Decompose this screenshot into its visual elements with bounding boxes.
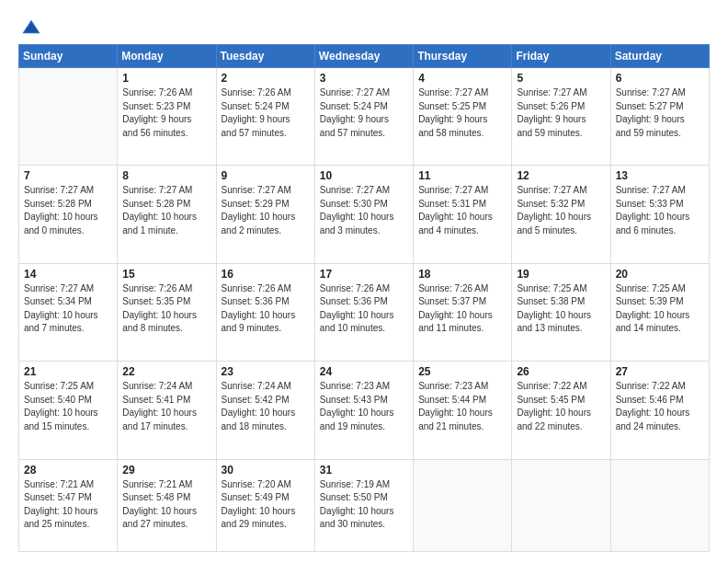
day-info: Sunrise: 7:27 AMSunset: 5:25 PMDaylight:… [418,86,506,140]
day-number: 14 [24,268,112,281]
header [18,17,710,37]
calendar-body: 1Sunrise: 7:26 AMSunset: 5:23 PMDaylight… [19,68,710,552]
calendar-day-cell [512,459,610,551]
calendar-week-row: 21Sunrise: 7:25 AMSunset: 5:40 PMDayligh… [19,362,710,459]
page: SundayMondayTuesdayWednesdayThursdayFrid… [0,0,728,563]
calendar-day-cell: 6Sunrise: 7:27 AMSunset: 5:27 PMDaylight… [610,68,709,166]
calendar-week-row: 7Sunrise: 7:27 AMSunset: 5:28 PMDaylight… [19,166,710,263]
day-number: 8 [122,169,210,182]
day-info: Sunrise: 7:25 AMSunset: 5:38 PMDaylight:… [517,282,605,336]
calendar-day-cell: 22Sunrise: 7:24 AMSunset: 5:41 PMDayligh… [118,362,216,459]
calendar-day-cell: 30Sunrise: 7:20 AMSunset: 5:49 PMDayligh… [216,459,314,551]
calendar-day-cell: 31Sunrise: 7:19 AMSunset: 5:50 PMDayligh… [314,459,413,551]
logo-bird-icon [21,17,41,37]
day-number: 21 [24,365,112,378]
day-number: 12 [517,169,605,182]
day-number: 5 [517,72,605,85]
calendar-day-cell: 3Sunrise: 7:27 AMSunset: 5:24 PMDaylight… [314,68,413,166]
day-number: 29 [122,464,210,477]
calendar-day-cell: 11Sunrise: 7:27 AMSunset: 5:31 PMDayligh… [414,166,512,263]
day-info: Sunrise: 7:25 AMSunset: 5:39 PMDaylight:… [616,282,704,336]
weekday-header-cell: Monday [118,45,216,68]
day-number: 4 [418,72,506,85]
day-number: 25 [418,365,506,378]
calendar-day-cell: 25Sunrise: 7:23 AMSunset: 5:44 PMDayligh… [414,362,512,459]
day-info: Sunrise: 7:19 AMSunset: 5:50 PMDaylight:… [320,478,408,532]
weekday-header-cell: Friday [512,45,610,68]
day-info: Sunrise: 7:27 AMSunset: 5:30 PMDaylight:… [320,184,408,237]
calendar-day-cell: 28Sunrise: 7:21 AMSunset: 5:47 PMDayligh… [19,459,118,551]
day-info: Sunrise: 7:20 AMSunset: 5:49 PMDaylight:… [222,478,310,532]
day-number: 28 [24,464,112,477]
day-number: 22 [122,365,210,378]
day-info: Sunrise: 7:23 AMSunset: 5:43 PMDaylight:… [320,380,408,433]
day-number: 19 [517,268,605,281]
calendar-day-cell: 17Sunrise: 7:26 AMSunset: 5:36 PMDayligh… [314,263,413,361]
weekday-header-cell: Saturday [610,45,709,68]
calendar-week-row: 1Sunrise: 7:26 AMSunset: 5:23 PMDaylight… [19,68,710,166]
day-number: 9 [222,169,310,182]
day-number: 10 [320,169,408,182]
calendar-day-cell: 8Sunrise: 7:27 AMSunset: 5:28 PMDaylight… [118,166,216,263]
day-info: Sunrise: 7:22 AMSunset: 5:45 PMDaylight:… [517,380,605,433]
calendar-day-cell: 9Sunrise: 7:27 AMSunset: 5:29 PMDaylight… [216,166,314,263]
day-info: Sunrise: 7:23 AMSunset: 5:44 PMDaylight:… [418,380,506,433]
calendar-week-row: 28Sunrise: 7:21 AMSunset: 5:47 PMDayligh… [19,459,710,551]
day-info: Sunrise: 7:21 AMSunset: 5:48 PMDaylight:… [122,478,210,532]
calendar-day-cell: 5Sunrise: 7:27 AMSunset: 5:26 PMDaylight… [512,68,610,166]
day-info: Sunrise: 7:27 AMSunset: 5:28 PMDaylight:… [24,184,112,237]
day-info: Sunrise: 7:21 AMSunset: 5:47 PMDaylight:… [24,478,112,532]
calendar-day-cell: 13Sunrise: 7:27 AMSunset: 5:33 PMDayligh… [610,166,709,263]
day-info: Sunrise: 7:26 AMSunset: 5:24 PMDaylight:… [222,86,310,140]
calendar-day-cell: 16Sunrise: 7:26 AMSunset: 5:36 PMDayligh… [216,263,314,361]
calendar-day-cell: 7Sunrise: 7:27 AMSunset: 5:28 PMDaylight… [19,166,118,263]
day-info: Sunrise: 7:27 AMSunset: 5:34 PMDaylight:… [24,282,112,336]
calendar-day-cell: 21Sunrise: 7:25 AMSunset: 5:40 PMDayligh… [19,362,118,459]
calendar-day-cell: 29Sunrise: 7:21 AMSunset: 5:48 PMDayligh… [118,459,216,551]
calendar-day-cell: 10Sunrise: 7:27 AMSunset: 5:30 PMDayligh… [314,166,413,263]
day-info: Sunrise: 7:27 AMSunset: 5:27 PMDaylight:… [616,86,704,140]
calendar-day-cell: 14Sunrise: 7:27 AMSunset: 5:34 PMDayligh… [19,263,118,361]
day-number: 2 [222,72,310,85]
day-number: 26 [517,365,605,378]
day-info: Sunrise: 7:25 AMSunset: 5:40 PMDaylight:… [24,380,112,433]
calendar-day-cell: 1Sunrise: 7:26 AMSunset: 5:23 PMDaylight… [118,68,216,166]
calendar-day-cell: 18Sunrise: 7:26 AMSunset: 5:37 PMDayligh… [414,263,512,361]
day-info: Sunrise: 7:26 AMSunset: 5:36 PMDaylight:… [320,282,408,336]
weekday-header-cell: Wednesday [314,45,413,68]
day-number: 18 [418,268,506,281]
calendar-day-cell [610,459,709,551]
calendar-table: SundayMondayTuesdayWednesdayThursdayFrid… [18,44,710,552]
day-info: Sunrise: 7:27 AMSunset: 5:26 PMDaylight:… [517,86,605,140]
day-info: Sunrise: 7:27 AMSunset: 5:31 PMDaylight:… [418,184,506,237]
day-info: Sunrise: 7:27 AMSunset: 5:32 PMDaylight:… [517,184,605,237]
calendar-day-cell: 26Sunrise: 7:22 AMSunset: 5:45 PMDayligh… [512,362,610,459]
day-info: Sunrise: 7:26 AMSunset: 5:36 PMDaylight:… [222,282,310,336]
day-info: Sunrise: 7:22 AMSunset: 5:46 PMDaylight:… [616,380,704,433]
day-number: 23 [222,365,310,378]
day-number: 15 [122,268,210,281]
calendar-day-cell: 12Sunrise: 7:27 AMSunset: 5:32 PMDayligh… [512,166,610,263]
weekday-header-row: SundayMondayTuesdayWednesdayThursdayFrid… [19,45,710,68]
day-info: Sunrise: 7:24 AMSunset: 5:41 PMDaylight:… [122,380,210,433]
day-info: Sunrise: 7:27 AMSunset: 5:33 PMDaylight:… [616,184,704,237]
day-number: 7 [24,169,112,182]
day-number: 11 [418,169,506,182]
calendar-day-cell: 2Sunrise: 7:26 AMSunset: 5:24 PMDaylight… [216,68,314,166]
weekday-header-cell: Sunday [19,45,118,68]
calendar-day-cell: 24Sunrise: 7:23 AMSunset: 5:43 PMDayligh… [314,362,413,459]
day-info: Sunrise: 7:24 AMSunset: 5:42 PMDaylight:… [222,380,310,433]
day-number: 24 [320,365,408,378]
day-number: 3 [320,72,408,85]
day-info: Sunrise: 7:27 AMSunset: 5:24 PMDaylight:… [320,86,408,140]
day-info: Sunrise: 7:26 AMSunset: 5:35 PMDaylight:… [122,282,210,336]
calendar-week-row: 14Sunrise: 7:27 AMSunset: 5:34 PMDayligh… [19,263,710,361]
calendar-day-cell [19,68,118,166]
day-number: 20 [616,268,704,281]
calendar-day-cell: 15Sunrise: 7:26 AMSunset: 5:35 PMDayligh… [118,263,216,361]
day-number: 13 [616,169,704,182]
weekday-header-cell: Tuesday [216,45,314,68]
calendar-day-cell: 4Sunrise: 7:27 AMSunset: 5:25 PMDaylight… [414,68,512,166]
day-info: Sunrise: 7:27 AMSunset: 5:29 PMDaylight:… [222,184,310,237]
calendar-day-cell: 23Sunrise: 7:24 AMSunset: 5:42 PMDayligh… [216,362,314,459]
